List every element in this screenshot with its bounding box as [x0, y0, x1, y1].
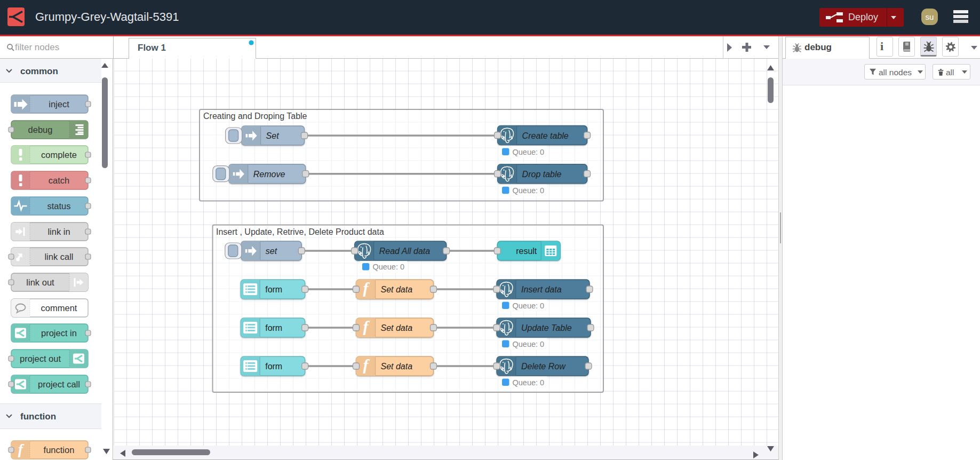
svg-text:link in: link in [47, 227, 70, 236]
svg-text:set: set [266, 247, 277, 256]
svg-text:Drop table: Drop table [522, 170, 562, 179]
svg-text:complete: complete [41, 150, 77, 160]
svg-text:Set: Set [266, 131, 280, 140]
svg-text:form: form [265, 285, 282, 294]
svg-text:Queue: 0: Queue: 0 [513, 302, 545, 310]
svg-text:result: result [516, 247, 537, 256]
svg-text:Queue: 0: Queue: 0 [513, 340, 545, 348]
svg-text:Delete Row: Delete Row [521, 362, 566, 371]
svg-text:Insert , Update, Retrive, Dele: Insert , Update, Retrive, Delete Product… [216, 227, 384, 236]
svg-text:Remove: Remove [253, 170, 285, 179]
svg-text:Queue: 0: Queue: 0 [513, 378, 545, 387]
svg-text:Insert data: Insert data [521, 285, 562, 294]
svg-text:link out: link out [26, 277, 54, 287]
svg-text:Create table: Create table [522, 131, 569, 140]
svg-text:status: status [47, 201, 70, 211]
svg-text:debug: debug [28, 125, 53, 134]
svg-text:Creating and Droping Table: Creating and Droping Table [203, 112, 307, 121]
svg-text:Queue: 0: Queue: 0 [372, 263, 404, 271]
svg-text:Set data: Set data [381, 323, 413, 332]
svg-text:comment: comment [41, 303, 77, 313]
svg-text:Set data: Set data [381, 362, 413, 371]
svg-text:project out: project out [20, 354, 61, 363]
svg-text:project in: project in [41, 328, 77, 338]
svg-text:Queue: 0: Queue: 0 [513, 186, 545, 195]
svg-text:form: form [265, 323, 282, 332]
svg-text:form: form [265, 362, 282, 371]
svg-text:function: function [44, 445, 75, 455]
svg-text:Set data: Set data [381, 285, 413, 294]
svg-text:inject: inject [49, 99, 69, 109]
svg-text:Update Table: Update Table [521, 323, 572, 332]
svg-text:link call: link call [44, 252, 73, 261]
svg-text:Queue: 0: Queue: 0 [513, 148, 545, 156]
svg-text:Read All data: Read All data [379, 247, 431, 256]
svg-text:catch: catch [49, 176, 69, 185]
svg-text:project call: project call [38, 379, 80, 389]
